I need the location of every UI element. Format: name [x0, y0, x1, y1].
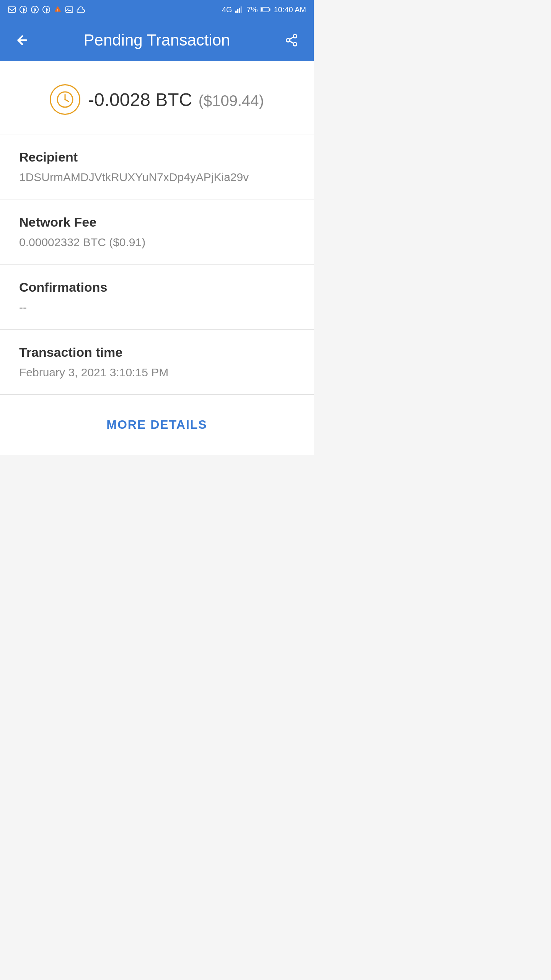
amount-container: -0.0028 BTC ($109.44) [88, 89, 264, 110]
recipient-value: 1DSUrmAMDJVtkRUXYuN7xDp4yAPjKia29v [19, 171, 295, 184]
battery-label: 7% [247, 5, 258, 14]
recipient-label: Recipient [19, 150, 295, 165]
svg-text:!: ! [57, 9, 58, 12]
confirmations-label: Confirmations [19, 280, 295, 295]
back-arrow-icon [15, 33, 29, 47]
status-bar: ! 4G 7% 10:40 AM [0, 0, 314, 19]
svg-point-15 [286, 39, 290, 42]
alert-icon: ! [54, 5, 62, 14]
transaction-time-value: February 3, 2021 3:10:15 PM [19, 366, 295, 379]
network-label: 4G [222, 5, 232, 14]
amount-btc: -0.0028 BTC [88, 90, 192, 110]
facebook-icon-1 [19, 5, 28, 14]
main-content: -0.0028 BTC ($109.44) Recipient 1DSUrmAM… [0, 61, 314, 455]
network-fee-value: 0.00002332 BTC ($0.91) [19, 236, 295, 249]
confirmations-value: -- [19, 301, 295, 314]
recipient-row: Recipient 1DSUrmAMDJVtkRUXYuN7xDp4yAPjKi… [0, 134, 314, 199]
svg-rect-7 [235, 11, 237, 13]
svg-line-18 [290, 37, 293, 39]
svg-point-14 [293, 34, 297, 38]
svg-rect-5 [66, 7, 73, 13]
more-details-section: MORE DETAILS [0, 395, 314, 455]
svg-rect-0 [8, 7, 15, 13]
svg-rect-12 [269, 8, 271, 11]
amount-section: -0.0028 BTC ($109.44) [0, 61, 314, 134]
time-label: 10:40 AM [274, 5, 306, 14]
status-bar-right: 4G 7% 10:40 AM [222, 5, 306, 14]
app-bar: Pending Transaction [0, 19, 314, 61]
network-fee-label: Network Fee [19, 215, 295, 230]
pending-clock-icon [50, 84, 80, 115]
page-title: Pending Transaction [84, 31, 230, 49]
message-icon [8, 5, 16, 14]
share-button[interactable] [281, 29, 302, 51]
signal-icon [235, 6, 244, 13]
svg-point-16 [293, 42, 297, 46]
battery-icon [261, 7, 271, 13]
facebook-icon-3 [42, 5, 51, 14]
svg-line-17 [290, 41, 293, 43]
network-fee-row: Network Fee 0.00002332 BTC ($0.91) [0, 199, 314, 265]
amount-fiat: ($109.44) [199, 92, 264, 109]
svg-line-21 [65, 100, 68, 101]
status-bar-left: ! [8, 5, 85, 14]
image-icon [65, 5, 73, 14]
facebook-icon-2 [31, 5, 39, 14]
svg-rect-8 [237, 9, 238, 13]
svg-rect-10 [240, 7, 242, 13]
svg-point-6 [67, 8, 68, 10]
svg-rect-13 [261, 8, 263, 11]
cloud-icon [77, 5, 85, 14]
svg-rect-9 [239, 8, 240, 13]
more-details-button[interactable]: MORE DETAILS [106, 418, 207, 432]
confirmations-row: Confirmations -- [0, 265, 314, 330]
transaction-time-row: Transaction time February 3, 2021 3:10:1… [0, 330, 314, 395]
transaction-time-label: Transaction time [19, 345, 295, 360]
share-icon [285, 33, 298, 47]
back-button[interactable] [11, 29, 33, 51]
